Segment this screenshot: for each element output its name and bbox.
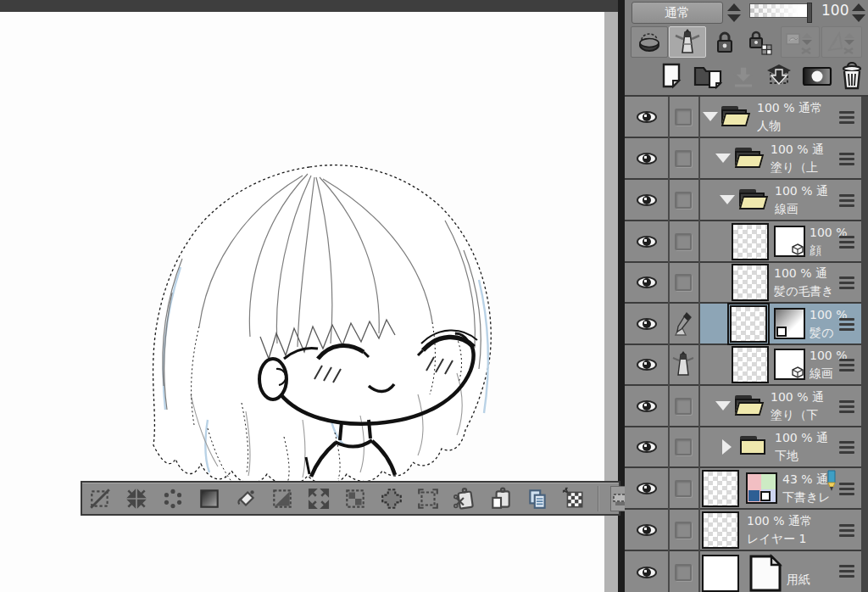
new-layer-button[interactable] [654,59,688,93]
new-tone-icon[interactable] [561,486,587,511]
visibility-toggle[interactable] [625,386,668,426]
hamburger-icon[interactable] [839,194,854,209]
duplicate-icon[interactable] [525,486,550,511]
opacity-slider-handle[interactable] [807,3,812,23]
visibility-toggle[interactable] [625,468,668,508]
merge-down-button[interactable] [761,59,797,93]
layer-row-layer1[interactable]: 100 % 通常レイヤー 1 [625,510,861,551]
layer-content[interactable]: 用紙 [698,550,861,592]
layer-row-nuri-shita[interactable]: 100 % 通塗り（下 [625,386,861,427]
opacity-spinner[interactable] [852,3,865,23]
vector-thumbnail[interactable] [774,226,805,257]
layer-row-kamino-selected[interactable]: 100 %髪の [625,304,861,345]
expand-plus-icon[interactable] [379,486,404,511]
checkbox[interactable] [675,109,692,126]
collapse-triangle-icon[interactable] [703,112,718,121]
layer-check-cell[interactable] [668,138,698,178]
hamburger-icon[interactable] [839,153,854,168]
layer-row-shitagaki[interactable]: 43 % 通下書きレイ [625,468,861,510]
checkbox[interactable] [675,522,692,539]
hamburger-icon[interactable] [839,359,854,374]
paper-thumbnail[interactable] [702,555,739,592]
visibility-toggle[interactable] [625,550,668,592]
collapse-triangle-icon[interactable] [720,195,735,204]
visibility-toggle[interactable] [625,221,668,261]
crop-to-selection-icon[interactable] [415,486,441,511]
layer-thumbnail[interactable] [732,223,769,260]
layer-color-thumbnail[interactable] [746,472,777,504]
checkbox[interactable] [675,150,692,167]
vector-thumbnail[interactable] [774,349,805,380]
blend-mode-dropdown[interactable]: 通常 [632,2,723,24]
copy-and-paste-icon[interactable] [488,486,514,511]
hamburger-icon[interactable] [839,111,854,126]
layer-thumbnail[interactable] [732,264,769,301]
ruler-display-button[interactable] [821,26,862,58]
cut-and-paste-icon[interactable] [452,486,477,511]
spinner-down-icon[interactable] [852,14,865,22]
hamburger-icon[interactable] [839,400,854,416]
visibility-toggle[interactable] [625,344,668,384]
layer-row-jinbutsu[interactable]: 100 % 通常人物 [625,97,861,138]
hamburger-icon[interactable] [839,276,854,292]
layer-content[interactable]: 100 % 通下地 [698,427,861,466]
layer-content[interactable]: 100 % 通塗り（上 [698,138,861,178]
hamburger-icon[interactable] [839,441,854,456]
fill-bucket-icon[interactable] [233,486,259,511]
layer-row-senga-folder[interactable]: 100 % 通線画 [625,180,861,221]
expand-triangle-icon[interactable] [722,439,732,455]
layer-check-cell[interactable] [668,386,698,426]
reference-layer-cell[interactable] [668,344,698,384]
lock-layer-button[interactable] [709,26,740,58]
opacity-slider[interactable] [749,3,810,18]
layer-check-cell[interactable] [668,510,698,550]
layer-content[interactable]: 100 % 通塗り（下 [698,386,861,426]
delete-layer-button[interactable] [836,59,868,93]
spinner-up-icon[interactable] [852,3,865,11]
mask-thumbnail[interactable] [774,308,805,339]
checkbox[interactable] [675,480,692,497]
hamburger-icon[interactable] [839,565,854,580]
layer-thumbnail[interactable] [702,511,739,549]
layer-thumbnail[interactable] [732,346,769,383]
spinner-up-icon[interactable] [727,3,741,11]
layer-content[interactable]: 100 % 通常レイヤー 1 [698,510,861,550]
layer-thumbnail-selected[interactable] [730,305,767,343]
shrink-selection-icon[interactable] [124,486,149,511]
visibility-toggle[interactable] [625,97,668,137]
new-folder-button[interactable] [690,59,727,93]
transfer-down-button[interactable] [727,59,760,93]
selection-checker-icon[interactable] [342,486,368,511]
expand-selection-icon[interactable] [306,486,331,511]
checkbox[interactable] [675,192,692,209]
mask-area-button[interactable] [631,26,668,58]
hamburger-icon[interactable] [839,524,854,539]
collapse-triangle-icon[interactable] [715,401,731,410]
clear-outside-icon[interactable] [270,486,295,511]
layer-check-cell[interactable] [668,97,698,137]
layer-content[interactable]: 100 % 通常人物 [698,97,861,137]
spinner-down-icon[interactable] [727,14,741,22]
visibility-toggle[interactable] [625,427,668,466]
layer-row-paper[interactable]: 用紙 [625,550,861,592]
layer-check-cell[interactable] [668,550,698,592]
layer-content[interactable]: 100 %髪の [698,304,861,343]
hamburger-icon[interactable] [839,318,854,333]
visibility-toggle[interactable] [625,262,668,302]
layer-row-nuri-ue[interactable]: 100 % 通塗り（上 [625,138,861,180]
panel-right-strip[interactable] [861,97,868,592]
feather-selection-icon[interactable] [160,486,186,511]
layer-thumbnail[interactable] [702,470,739,507]
visibility-toggle[interactable] [625,510,668,550]
editing-target-cell[interactable] [668,304,698,343]
layer-row-kaminoke-kaki[interactable]: 100 % 通髪の毛書き [625,262,861,304]
visibility-toggle[interactable] [625,304,668,343]
layer-check-cell[interactable] [668,468,698,508]
hamburger-icon[interactable] [839,236,854,251]
layer-check-cell[interactable] [668,221,698,261]
layer-check-cell[interactable] [668,180,698,220]
layer-content[interactable]: 43 % 通下書きレイ [698,468,861,508]
fill-gradient-icon[interactable] [197,486,222,511]
visibility-toggle[interactable] [625,180,668,220]
collapse-triangle-icon[interactable] [715,154,731,163]
